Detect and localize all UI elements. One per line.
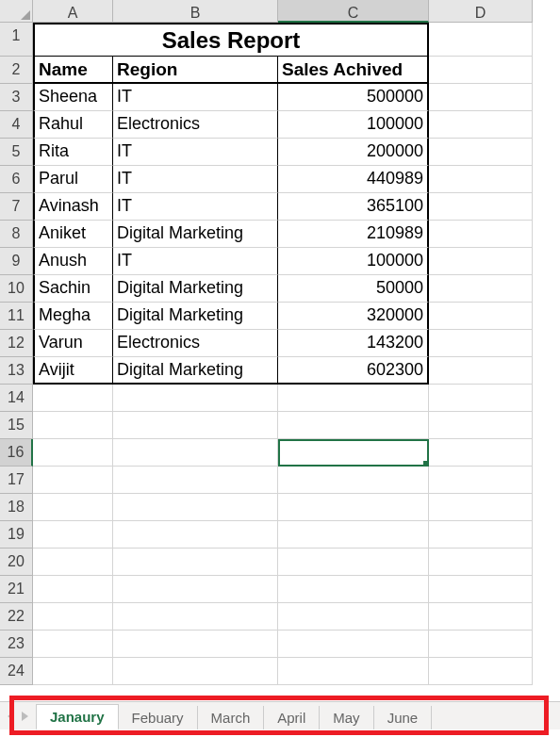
cell-d15[interactable] <box>429 412 533 439</box>
cell-c3[interactable]: 500000 <box>278 84 429 111</box>
cell-b3[interactable]: IT <box>113 84 278 111</box>
cell-b17[interactable] <box>113 467 278 494</box>
cell-c4[interactable]: 100000 <box>278 111 429 139</box>
row-header-5[interactable]: 5 <box>0 139 33 166</box>
cell-a12[interactable]: Varun <box>33 330 113 357</box>
row-header-23[interactable]: 23 <box>0 631 33 658</box>
cell-b8[interactable]: Digital Marketing <box>113 221 278 248</box>
cell-d10[interactable] <box>429 275 533 303</box>
cell-b7[interactable]: IT <box>113 193 278 221</box>
cell-d14[interactable] <box>429 385 533 412</box>
cell-b23[interactable] <box>113 631 278 658</box>
cell-a5[interactable]: Rita <box>33 139 113 166</box>
cell-b18[interactable] <box>113 494 278 521</box>
cell-d1[interactable] <box>429 23 533 57</box>
cell-c8[interactable]: 210989 <box>278 221 429 248</box>
row-header-12[interactable]: 12 <box>0 330 33 357</box>
row-header-8[interactable]: 8 <box>0 221 33 248</box>
cell-a24[interactable] <box>33 658 113 685</box>
cell-c16-selected[interactable] <box>278 439 429 467</box>
tab-nav-prev-icon[interactable] <box>8 712 14 721</box>
col-header-d[interactable]: D <box>429 0 533 23</box>
cell-c22[interactable] <box>278 603 429 631</box>
cell-b12[interactable]: Electronics <box>113 330 278 357</box>
cell-b11[interactable]: Digital Marketing <box>113 303 278 330</box>
cell-a17[interactable] <box>33 467 113 494</box>
tab-march[interactable]: March <box>198 706 265 729</box>
cell-d4[interactable] <box>429 111 533 139</box>
row-header-10[interactable]: 10 <box>0 275 33 303</box>
cell-d17[interactable] <box>429 467 533 494</box>
row-header-9[interactable]: 9 <box>0 248 33 275</box>
cell-b9[interactable]: IT <box>113 248 278 275</box>
cell-c9[interactable]: 100000 <box>278 248 429 275</box>
spreadsheet-grid[interactable]: A B C D 1 Sales Report 2 Name Region Sal… <box>0 0 560 712</box>
cell-c11[interactable]: 320000 <box>278 303 429 330</box>
select-all-corner[interactable] <box>0 0 33 23</box>
cell-b6[interactable]: IT <box>113 166 278 193</box>
cell-d24[interactable] <box>429 658 533 685</box>
tab-nav-next-icon[interactable] <box>22 712 28 721</box>
cell-a18[interactable] <box>33 494 113 521</box>
cell-c21[interactable] <box>278 576 429 603</box>
tab-june[interactable]: June <box>374 706 433 729</box>
row-header-6[interactable]: 6 <box>0 166 33 193</box>
cell-c24[interactable] <box>278 658 429 685</box>
cell-c10[interactable]: 50000 <box>278 275 429 303</box>
cell-a13[interactable]: Avijit <box>33 357 113 385</box>
title-cell[interactable]: Sales Report <box>33 23 429 57</box>
cell-b14[interactable] <box>113 385 278 412</box>
cell-b19[interactable] <box>113 521 278 549</box>
cell-c6[interactable]: 440989 <box>278 166 429 193</box>
cell-d8[interactable] <box>429 221 533 248</box>
col-header-b[interactable]: B <box>113 0 278 23</box>
row-header-22[interactable]: 22 <box>0 603 33 631</box>
cell-d21[interactable] <box>429 576 533 603</box>
cell-b5[interactable]: IT <box>113 139 278 166</box>
cell-d13[interactable] <box>429 357 533 385</box>
row-header-24[interactable]: 24 <box>0 658 33 685</box>
cell-d18[interactable] <box>429 494 533 521</box>
cell-a7[interactable]: Avinash <box>33 193 113 221</box>
tab-april[interactable]: April <box>264 706 320 729</box>
row-header-16[interactable]: 16 <box>0 439 33 467</box>
cell-c18[interactable] <box>278 494 429 521</box>
row-header-1[interactable]: 1 <box>0 23 33 57</box>
cell-a21[interactable] <box>33 576 113 603</box>
cell-a9[interactable]: Anush <box>33 248 113 275</box>
cell-a3[interactable]: Sheena <box>33 84 113 111</box>
cell-b13[interactable]: Digital Marketing <box>113 357 278 385</box>
cell-a8[interactable]: Aniket <box>33 221 113 248</box>
cell-c12[interactable]: 143200 <box>278 330 429 357</box>
header-name[interactable]: Name <box>33 57 113 84</box>
cell-b4[interactable]: Electronics <box>113 111 278 139</box>
cell-b21[interactable] <box>113 576 278 603</box>
row-header-2[interactable]: 2 <box>0 57 33 84</box>
cell-d5[interactable] <box>429 139 533 166</box>
cell-a19[interactable] <box>33 521 113 549</box>
cell-a20[interactable] <box>33 549 113 576</box>
cell-a4[interactable]: Rahul <box>33 111 113 139</box>
cell-d9[interactable] <box>429 248 533 275</box>
cell-d2[interactable] <box>429 57 533 84</box>
cell-c23[interactable] <box>278 631 429 658</box>
cell-b22[interactable] <box>113 603 278 631</box>
cell-d22[interactable] <box>429 603 533 631</box>
cell-c15[interactable] <box>278 412 429 439</box>
row-header-18[interactable]: 18 <box>0 494 33 521</box>
cell-c13[interactable]: 602300 <box>278 357 429 385</box>
cell-d23[interactable] <box>429 631 533 658</box>
tab-february[interactable]: Febuary <box>119 706 198 729</box>
cell-d7[interactable] <box>429 193 533 221</box>
cell-d3[interactable] <box>429 84 533 111</box>
cell-c17[interactable] <box>278 467 429 494</box>
row-header-7[interactable]: 7 <box>0 193 33 221</box>
row-header-17[interactable]: 17 <box>0 467 33 494</box>
cell-d19[interactable] <box>429 521 533 549</box>
cell-a22[interactable] <box>33 603 113 631</box>
cell-b10[interactable]: Digital Marketing <box>113 275 278 303</box>
row-header-11[interactable]: 11 <box>0 303 33 330</box>
cell-d11[interactable] <box>429 303 533 330</box>
header-sales[interactable]: Sales Achived <box>278 57 429 84</box>
cell-d20[interactable] <box>429 549 533 576</box>
